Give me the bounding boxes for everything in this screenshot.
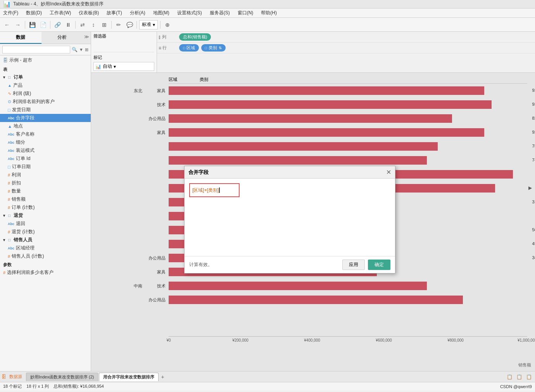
field-order-id[interactable]: Abc 订单 Id	[0, 155, 91, 163]
tab-icon-1[interactable]: 📋	[505, 373, 514, 380]
field-product[interactable]: ▲ 产品	[0, 81, 91, 89]
columns-shelf: ⫿ 列 总和(销售额)	[157, 32, 535, 43]
field-label: 区域经理	[16, 245, 35, 251]
toolbar-separator-5	[136, 21, 137, 29]
sheet-tab-2[interactable]: 用合并字段来改变数据排序	[99, 373, 159, 381]
field-discount[interactable]: # 折扣	[0, 179, 91, 187]
group-returns[interactable]: ▾ □ 退货	[0, 211, 91, 220]
field-label: 客户名称	[16, 131, 35, 138]
returns-label: 退货	[14, 212, 23, 219]
field-label: 退货 (计数)	[12, 229, 35, 235]
pause-button[interactable]: ⏸	[64, 20, 73, 29]
menu-item-w[interactable]: 工作表(W)	[48, 9, 72, 17]
menu-item-b[interactable]: 仪表板(B)	[77, 9, 100, 17]
field-location[interactable]: ▲ 地点	[0, 122, 91, 130]
undo-button[interactable]: ←	[2, 20, 12, 29]
search-icon[interactable]: 🔍	[72, 47, 78, 52]
search-bar: 🔍 ▼ ⊞	[0, 44, 91, 55]
param-profit[interactable]: # 选择利润前多少名客户	[0, 268, 91, 277]
toolbar-separator-2	[50, 21, 50, 29]
menu-item-d[interactable]: 数据(D)	[24, 9, 43, 17]
field-quantity[interactable]: # 数量	[0, 187, 91, 195]
sort-icon: ⇅	[219, 46, 222, 50]
category-pill-label: 类别	[209, 45, 217, 51]
field-profit-rank[interactable]: ⊙ 利润排名前列的客户	[0, 98, 91, 106]
new-button[interactable]: 📄	[38, 20, 48, 29]
view-dropdown[interactable]: 标准 ▾	[139, 20, 158, 29]
bar-chart-icon: 📊	[95, 64, 101, 69]
field-order-date[interactable]: □ 订单日期	[0, 163, 91, 171]
menu-item-a[interactable]: 分析(A)	[128, 9, 147, 17]
rows-text: 行	[162, 45, 167, 51]
datasource-item[interactable]: 🗄 示例 - 超市	[0, 55, 91, 65]
menu-item-m[interactable]: 地图(M)	[152, 9, 171, 17]
connect-button[interactable]: 🔗	[53, 20, 62, 29]
search-input[interactable]	[2, 46, 70, 53]
menu-item-f[interactable]: 文件(F)	[2, 9, 20, 17]
field-profit-num[interactable]: # 利润	[0, 171, 91, 179]
sales-staff-label: 销售人员	[14, 237, 32, 243]
menu-item-t[interactable]: 故事(T)	[105, 9, 123, 17]
rows-pill-category[interactable]: □ 类别 ⇅	[201, 44, 226, 52]
field-customer[interactable]: Abc 客户名称	[0, 130, 91, 138]
field-sales[interactable]: # 销售额	[0, 195, 91, 203]
rows-pill-region[interactable]: □ 区域	[179, 44, 199, 52]
field-merged[interactable]: Abc 合并字段	[0, 114, 91, 122]
menu-item-h[interactable]: 帮助(H)	[259, 9, 278, 17]
field-label: 订单日期	[12, 163, 31, 170]
datasource-label: 示例 - 超市	[9, 57, 32, 64]
menu-item-s[interactable]: 设置格式(S)	[176, 9, 204, 17]
field-label: 利润	[12, 172, 21, 178]
field-return-count[interactable]: # 退货 (计数)	[0, 228, 91, 236]
left-panel-content: 🗄 示例 - 超市 表 ▾ □ 订单 ▲ 产品 ∿ 利润 (级) ⊙ 利润排名前	[0, 55, 91, 371]
marks-dropdown[interactable]: 📊 自动 ▾	[93, 62, 154, 71]
sheet-tab-1[interactable]: 妙用Index函数来改变数据排序 (2)	[26, 373, 98, 381]
tab-icon-2[interactable]: 📋	[515, 373, 524, 380]
modal-title: 合并字段	[188, 169, 209, 176]
toolbar-separator-1	[25, 21, 25, 29]
fit-button[interactable]: ⊞	[100, 20, 109, 29]
columns-pill-sales[interactable]: 总和(销售额)	[179, 33, 211, 41]
apply-button[interactable]: 应用	[342, 260, 365, 270]
marks-type-label: 自动	[103, 63, 112, 70]
save-button[interactable]: 💾	[28, 20, 37, 29]
category-pill-icon: □	[205, 46, 207, 50]
menu-item-n[interactable]: 窗口(N)	[236, 9, 255, 17]
share-button[interactable]: ⊕	[163, 20, 172, 29]
swap-button[interactable]: ⇄	[78, 20, 87, 29]
view-dropdown-label: 标准	[142, 21, 151, 28]
field-ship-date[interactable]: □ 发货日期	[0, 106, 91, 114]
formula-editor[interactable]: [区域]+[类别]	[189, 183, 240, 197]
field-label: 销售额	[12, 196, 26, 203]
redo-button[interactable]: →	[13, 20, 22, 29]
tab-data[interactable]: 数据	[0, 32, 41, 44]
field-region-manager[interactable]: Abc 区域经理	[0, 244, 91, 252]
cursor	[219, 187, 220, 193]
field-profit-level[interactable]: ∿ 利润 (级)	[0, 89, 91, 98]
sort-button[interactable]: ↕	[89, 20, 98, 29]
menu-item-s[interactable]: 服务器(S)	[208, 9, 231, 17]
tooltip-button[interactable]: 💬	[125, 20, 134, 29]
datasource-tab-label[interactable]: 数据源	[9, 374, 22, 380]
marks-count: 18 个标记	[3, 383, 22, 389]
db-icon3: □	[7, 237, 12, 243]
highlight-button[interactable]: ✏	[114, 20, 123, 29]
dim-icon: ▲	[8, 83, 12, 88]
field-sales-count[interactable]: # 销售人员 (计数)	[0, 252, 91, 260]
field-return[interactable]: Abc 退回	[0, 220, 91, 228]
tab-analysis[interactable]: 分析	[41, 32, 83, 44]
tables-section-header: 表	[0, 65, 91, 73]
modal-close-button[interactable]: ✕	[386, 168, 391, 176]
add-sheet-icon[interactable]: +	[161, 374, 164, 380]
group-orders[interactable]: ▾ □ 订单	[0, 73, 91, 81]
ok-button[interactable]: 确定	[368, 260, 390, 270]
field-ship-mode[interactable]: Abc 装运模式	[0, 146, 91, 155]
group-sales-staff[interactable]: ▾ □ 销售人员	[0, 236, 91, 244]
grid-icon[interactable]: ⊞	[85, 47, 88, 52]
datasource-tab-icon[interactable]: 🗄	[2, 374, 6, 380]
field-segment[interactable]: Abc 细分	[0, 138, 91, 146]
filter-icon[interactable]: ▼	[79, 47, 83, 52]
measure-icon: ∿	[8, 91, 11, 96]
field-order-count[interactable]: # 订单 (计数)	[0, 203, 91, 211]
panel-close-icon[interactable]: ≫	[83, 32, 91, 44]
